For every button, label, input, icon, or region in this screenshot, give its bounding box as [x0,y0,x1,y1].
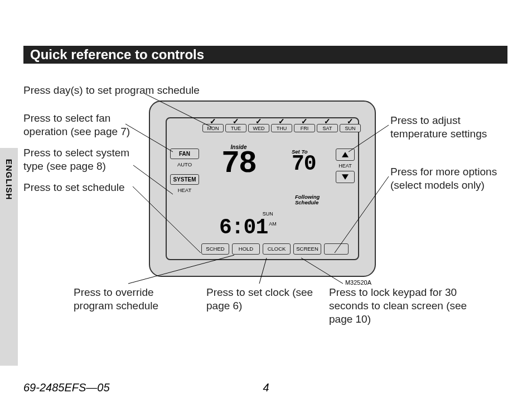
section-title: Quick reference to controls [23,46,507,64]
day-button-sun[interactable]: ✓SUN [340,124,361,132]
temp-up-button[interactable] [336,148,355,161]
clock-button[interactable]: CLOCK [263,243,291,255]
check-icon: ✓ [324,117,331,126]
check-icon: ✓ [347,117,354,126]
arrow-down-icon [342,174,349,180]
svg-marker-0 [342,152,349,157]
hold-button[interactable]: HOLD [232,243,260,255]
inside-temp-block: Inside 78 [221,144,256,178]
day-button-sat[interactable]: ✓SAT [317,124,338,132]
page-number: 4 [263,381,269,394]
thermostat-device: ✓MON ✓TUE ✓WED ✓THU ✓FRI ✓SAT ✓SUN FAN A… [149,100,376,277]
sched-button[interactable]: SCHED [201,243,229,255]
callout-override: Press to override program schedule [74,286,191,313]
thermostat-screen: ✓MON ✓TUE ✓WED ✓THU ✓FRI ✓SAT ✓SUN FAN A… [166,117,359,260]
check-icon: ✓ [278,117,285,126]
blank-button[interactable] [324,243,349,255]
language-label: ENGLISH [4,159,14,200]
check-icon: ✓ [301,117,308,126]
following-schedule-label: Following Schedule [295,194,320,206]
heat-label: HEAT [338,163,351,169]
callout-more-options: Press for more options (select models on… [390,165,516,192]
set-temp-block: Set To 70 [292,148,316,174]
fan-mode-label: AUTO [170,161,199,167]
check-icon: ✓ [233,117,239,126]
clock-display: SUN 6:01AM [219,211,277,239]
callout-temp: Press to adjust temperature settings [390,114,507,141]
day-button-tue[interactable]: ✓TUE [225,124,246,132]
system-button[interactable]: SYSTEM [170,174,199,185]
check-icon: ✓ [210,117,216,126]
document-id: 69-2485EFS—05 [23,381,110,394]
day-button-wed[interactable]: ✓WED [248,124,269,132]
clock-time: 6:01 [219,215,268,239]
temp-down-button[interactable] [336,171,355,183]
clock-ampm: AM [269,221,277,227]
callout-clock: Press to set clock (see page 6) [206,286,318,313]
screen-button[interactable]: SCREEN [293,243,321,255]
diagram-id: M32520A [345,279,371,286]
callout-sched: Press to set schedule [23,181,125,194]
callout-fan: Press to select fan operation (see page … [23,112,149,138]
svg-marker-1 [342,174,349,180]
callout-days: Press day(s) to set program schedule [23,84,200,97]
day-button-mon[interactable]: ✓MON [202,124,224,132]
inside-temp-value: 78 [221,150,256,178]
setto-temp-value: 70 [292,155,316,174]
fan-button[interactable]: FAN [170,148,199,159]
day-button-row: ✓MON ✓TUE ✓WED ✓THU ✓FRI ✓SAT ✓SUN [202,124,361,132]
callout-system: Press to select system type (see page 8) [23,146,149,173]
arrow-up-icon [342,152,349,157]
callout-lock: Press to lock keypad for 30 seconds to c… [329,286,485,325]
day-button-fri[interactable]: ✓FRI [294,124,315,132]
system-mode-label: HEAT [170,187,199,193]
check-icon: ✓ [255,117,262,126]
language-tab: ENGLISH [0,148,18,366]
day-button-thu[interactable]: ✓THU [271,124,292,132]
